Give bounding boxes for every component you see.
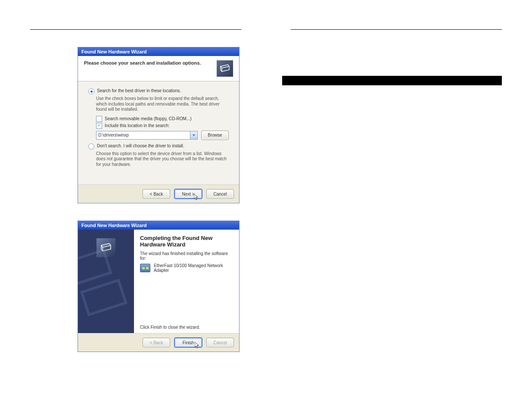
wizard2-window: Found New Hardware Wizard Completing the… [78,221,240,352]
wizard1-window: Found New Hardware Wizard Please choose … [78,47,240,203]
svg-rect-0 [78,250,111,284]
location-path-combo[interactable]: D:\drivers\winxp [96,131,198,140]
cancel-button-label: Cancel [213,340,227,345]
radio-search-best[interactable] [88,88,94,94]
wizard1-titlebar: Found New Hardware Wizard [78,47,239,56]
network-adapter-icon [140,264,150,272]
checkbox-removable-media[interactable] [96,116,102,122]
back-button-label: < Back [150,340,163,345]
chevron-down-icon[interactable] [190,131,197,139]
next-button[interactable]: Next > [174,189,202,199]
back-button: < Back [143,338,170,347]
next-button-label: Next > [182,192,194,196]
wizard2-button-bar: < Back Finish Cancel [78,333,239,352]
cancel-button: Cancel [206,338,234,347]
radio-search-best-label: Search for the best driver in these loca… [97,88,181,93]
cancel-button-label: Cancel [213,192,227,196]
wizard2-heading: Completing the Found New Hardware Wizard [140,235,233,248]
wizard2-sidebar [78,230,134,333]
browse-button[interactable]: Browse [201,131,229,140]
section-heading-bar [282,76,502,85]
cancel-button[interactable]: Cancel [206,189,234,199]
wizard2-titlebar: Found New Hardware Wizard [78,221,239,230]
back-button[interactable]: < Back [143,189,170,199]
left-page-header [30,16,241,30]
finish-button[interactable]: Finish [174,338,202,347]
wizard2-subline: The wizard has finished installing the s… [140,251,233,261]
checkbox-include-location-label: Include this location in the search: [105,123,170,128]
section-heading-text [282,78,286,84]
radio-dont-search[interactable] [88,143,94,149]
wizard1-header-band: Please choose your search and installati… [78,56,239,81]
browse-button-label: Browse [208,133,222,137]
wizard2-closing-text: Click Finish to close the wizard. [140,325,233,330]
wizard2-device-name: EtherFast 10/100 Managed Network Adapter [154,263,233,273]
svg-rect-1 [82,280,126,314]
nosearch-help-text: Choose this option to select the device … [96,151,229,168]
checkbox-removable-label: Search removable media (floppy, CD-ROM..… [105,116,192,121]
search-help-text: Use the check boxes below to limit or ex… [96,96,229,112]
finish-button-label: Finish [183,340,194,345]
radio-dont-search-label: Don't search. I will choose the driver t… [97,143,184,148]
right-page-header [291,16,502,30]
wizard1-body: Search for the best driver in these loca… [78,81,239,184]
wizard1-button-bar: < Back Next > Cancel [78,184,239,203]
wizard2-main: Completing the Found New Hardware Wizard… [134,230,239,333]
checkbox-include-location[interactable] [96,123,102,129]
device-icon [217,60,233,77]
wizard1-header-text: Please choose your search and installati… [84,60,201,65]
sidebar-decoration-icon [78,230,134,333]
back-button-label: < Back [150,192,163,196]
location-path-value: D:\drivers\winxp [96,133,190,137]
